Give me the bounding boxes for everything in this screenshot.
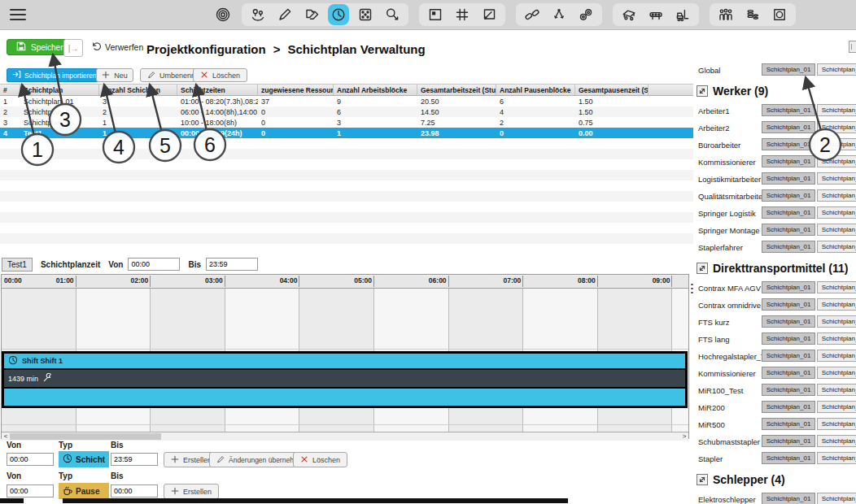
- plan2-assign-button[interactable]: Schichtplan_02: [817, 138, 856, 150]
- plan1-assign-button[interactable]: Schichtplan_01: [762, 104, 815, 116]
- station-icon[interactable]: [771, 7, 788, 23]
- pause-bis-input[interactable]: [111, 484, 158, 497]
- column-header[interactable]: Gesamtpausenzeit (Stunden): [575, 85, 649, 95]
- plan1-assign-button[interactable]: Schichtplan_01: [762, 298, 815, 311]
- bottom-scrollbar-thumb[interactable]: [63, 498, 568, 503]
- plan2-assign-button[interactable]: Schichtplan_02: [817, 350, 856, 362]
- distribute-icon[interactable]: [551, 7, 567, 23]
- breadcrumb-root[interactable]: Projektkonfiguration: [146, 42, 266, 56]
- plan1-assign-button[interactable]: Schichtplan_01: [762, 435, 815, 447]
- plan1-assign-button[interactable]: Schichtplan_01: [762, 224, 815, 236]
- plan1-assign-button[interactable]: Schichtplan_01: [762, 332, 815, 345]
- column-header[interactable]: Anzahl Schichten: [99, 85, 177, 95]
- shift-von-input[interactable]: [7, 453, 54, 466]
- forklift-icon[interactable]: [675, 7, 691, 23]
- table-row[interactable]: 4Test1100:00 - 23:59(24h)0123.9800.00: [0, 128, 693, 138]
- expand-icon[interactable]: [697, 474, 708, 485]
- menu-icon[interactable]: [10, 6, 26, 24]
- plan1-assign-button[interactable]: Schichtplan_01: [762, 189, 815, 202]
- table-row[interactable]: 3Schichtplan_03110:00 - 18:00(8h)037.252…: [0, 117, 693, 128]
- plan2-assign-button[interactable]: Schichtplan_02: [817, 63, 856, 76]
- chain-icon[interactable]: [578, 7, 594, 23]
- block-delete-button[interactable]: Löschen: [293, 452, 347, 467]
- export-button[interactable]: |→: [63, 39, 83, 57]
- resource-flow-icon[interactable]: [250, 7, 266, 23]
- plan1-assign-button[interactable]: Schichtplan_01: [762, 315, 815, 328]
- timeline-grid[interactable]: Shift Shift 1 1439 min: [2, 289, 688, 432]
- plan2-assign-button[interactable]: Schichtplan_02: [817, 189, 856, 202]
- timeline-scrollbar[interactable]: < >: [2, 432, 688, 441]
- conveyor-icon[interactable]: [648, 7, 664, 23]
- plan2-assign-button[interactable]: Schichtplan_02: [817, 104, 856, 116]
- edit-icon[interactable]: [277, 7, 293, 23]
- delete-button[interactable]: Löschen: [193, 68, 247, 82]
- shift-clock-icon[interactable]: [330, 7, 347, 23]
- plan1-assign-button[interactable]: Schichtplan_01: [762, 401, 815, 413]
- plan2-assign-button[interactable]: Schichtplan_02: [817, 367, 856, 379]
- plan2-assign-button[interactable]: Schichtplan_02: [817, 298, 856, 311]
- plan2-assign-button[interactable]: Schichtplan_02: [817, 206, 856, 219]
- workers-icon[interactable]: [718, 7, 734, 23]
- expand-icon[interactable]: [697, 263, 708, 274]
- spiral-icon[interactable]: [215, 7, 231, 23]
- plan1-assign-button[interactable]: Schichtplan_01: [762, 206, 815, 219]
- plan1-assign-button[interactable]: Schichtplan_01: [762, 172, 815, 185]
- plan2-assign-button[interactable]: Schichtplan_02: [817, 155, 856, 167]
- column-header[interactable]: Anzahl Pausenblöcke: [496, 85, 575, 95]
- column-header[interactable]: Gesamtarbeitszeit (Stunden): [417, 85, 496, 95]
- panel-toggle-icon[interactable]: [849, 41, 856, 53]
- column-header[interactable]: zugewiesene Ressourcen: [258, 85, 334, 95]
- measure-icon[interactable]: [481, 7, 497, 23]
- column-header[interactable]: #: [0, 85, 20, 95]
- plan2-assign-button[interactable]: Schichtplan_02: [817, 281, 856, 293]
- agv-icon[interactable]: [621, 7, 637, 23]
- scroll-left-arrow[interactable]: <: [2, 432, 10, 440]
- expand-icon[interactable]: [697, 85, 708, 97]
- table-row[interactable]: 1Schichtplan_01301:00 - 08:20(7.3h),08:2…: [0, 96, 693, 106]
- plan1-assign-button[interactable]: Schichtplan_01: [762, 155, 815, 167]
- plan2-assign-button[interactable]: Schichtplan_02: [817, 418, 856, 430]
- plan1-assign-button[interactable]: Schichtplan_01: [762, 452, 815, 464]
- stock-icon[interactable]: [745, 7, 761, 23]
- plan2-assign-button[interactable]: Schichtplan_02: [817, 172, 856, 185]
- plan2-assign-button[interactable]: Schichtplan_02: [817, 452, 856, 464]
- plantime-bis-input[interactable]: [206, 258, 258, 271]
- process-steps-icon[interactable]: [304, 7, 320, 23]
- plan1-assign-button[interactable]: Schichtplan_01: [762, 138, 815, 150]
- storage-icon[interactable]: [357, 7, 373, 23]
- plan1-assign-button[interactable]: Schichtplan_01: [762, 367, 815, 379]
- plan2-assign-button[interactable]: Schichtplan_02: [817, 121, 856, 133]
- plan1-assign-button[interactable]: Schichtplan_01: [762, 493, 815, 504]
- plan1-assign-button[interactable]: Schichtplan_01: [762, 241, 815, 253]
- grid-icon[interactable]: [454, 7, 470, 23]
- layout-icon[interactable]: [427, 7, 443, 23]
- plan2-assign-button[interactable]: Schichtplan_02: [817, 332, 856, 345]
- plan1-assign-button[interactable]: Schichtplan_01: [762, 281, 815, 293]
- plan2-assign-button[interactable]: Schichtplan_02: [817, 224, 856, 236]
- plan2-assign-button[interactable]: Schichtplan_02: [817, 493, 856, 504]
- discard-button[interactable]: Verwerfen: [91, 41, 143, 53]
- new-button[interactable]: Neu: [96, 68, 133, 82]
- column-header[interactable]: Schichtplan: [20, 85, 99, 95]
- plan1-assign-button[interactable]: Schichtplan_01: [762, 63, 815, 76]
- plan2-assign-button[interactable]: Schichtplan_02: [817, 315, 856, 328]
- shift-bar[interactable]: Shift Shift 1 1439 min: [2, 351, 688, 408]
- plantime-von-input[interactable]: [128, 258, 180, 271]
- plan1-assign-button[interactable]: Schichtplan_01: [762, 418, 815, 430]
- shift-bis-input[interactable]: [111, 453, 158, 466]
- column-header[interactable]: Schichtzeiten: [177, 85, 258, 95]
- plan2-assign-button[interactable]: Schichtplan_02: [817, 241, 856, 253]
- shift-bar-body[interactable]: [4, 389, 685, 406]
- link-icon[interactable]: [524, 7, 540, 23]
- plan2-assign-button[interactable]: Schichtplan_02: [817, 401, 856, 413]
- analysis-icon[interactable]: [384, 7, 400, 23]
- plan1-assign-button[interactable]: Schichtplan_01: [762, 350, 815, 362]
- column-header[interactable]: Anzahl Arbeitsblöcke: [334, 85, 417, 95]
- scroll-right-arrow[interactable]: >: [680, 432, 688, 440]
- pause-von-input[interactable]: [7, 484, 54, 497]
- plan1-assign-button[interactable]: Schichtplan_01: [762, 384, 815, 396]
- plan1-assign-button[interactable]: Schichtplan_01: [762, 121, 815, 133]
- panel-drag-handle[interactable]: [691, 281, 693, 296]
- plan2-assign-button[interactable]: Schichtplan_02: [817, 384, 856, 396]
- plan2-assign-button[interactable]: Schichtplan_02: [817, 435, 856, 447]
